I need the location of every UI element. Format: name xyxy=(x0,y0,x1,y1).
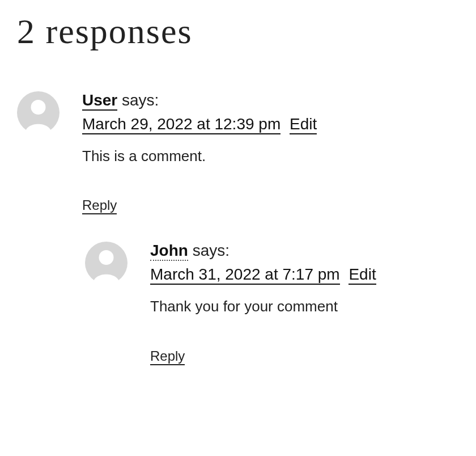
comment-meta-date: March 31, 2022 at 7:17 pm Edit xyxy=(150,265,459,284)
reply-link[interactable]: Reply xyxy=(150,348,185,365)
comment-content: This is a comment. xyxy=(82,146,459,166)
comment-meta-author: John says: xyxy=(150,242,459,260)
comment-edit-link[interactable]: Edit xyxy=(348,265,376,285)
comment-item: User says: March 29, 2022 at 12:39 pm Ed… xyxy=(17,91,459,213)
comment-date-link[interactable]: March 31, 2022 at 7:17 pm xyxy=(150,265,340,285)
says-label: says: xyxy=(122,91,159,109)
comment-author-link[interactable]: User xyxy=(82,91,117,111)
reply-wrapper: Reply xyxy=(82,197,459,213)
comment-body: User says: March 29, 2022 at 12:39 pm Ed… xyxy=(82,91,459,213)
avatar-icon xyxy=(17,91,60,134)
comment-edit-link[interactable]: Edit xyxy=(290,115,317,134)
comment-author-link[interactable]: John xyxy=(150,242,188,261)
avatar xyxy=(85,242,128,364)
comment-item: John says: March 31, 2022 at 7:17 pm Edi… xyxy=(85,242,459,364)
comment-meta-author: User says: xyxy=(82,91,459,109)
responses-heading: 2 responses xyxy=(17,11,459,52)
reply-link[interactable]: Reply xyxy=(82,197,117,214)
svg-point-3 xyxy=(99,250,114,265)
comment-content: Thank you for your comment xyxy=(150,296,459,316)
avatar-icon xyxy=(85,242,128,284)
comment-date-link[interactable]: March 29, 2022 at 12:39 pm xyxy=(82,115,280,134)
reply-wrapper: Reply xyxy=(150,348,459,364)
says-label: says: xyxy=(193,242,230,259)
avatar xyxy=(17,91,60,213)
svg-point-1 xyxy=(31,100,46,115)
comment-meta-date: March 29, 2022 at 12:39 pm Edit xyxy=(82,115,459,133)
comment-body: John says: March 31, 2022 at 7:17 pm Edi… xyxy=(150,242,459,364)
